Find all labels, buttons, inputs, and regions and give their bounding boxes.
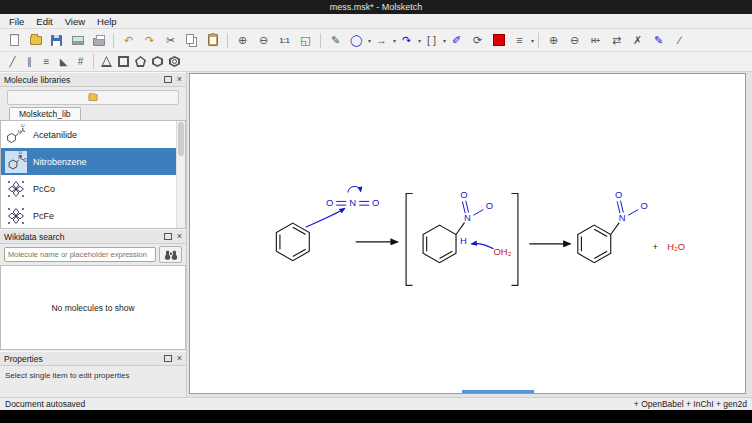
- zoom-original-icon: 1:1: [279, 37, 289, 44]
- wedge-bond-icon: ◣: [60, 57, 68, 67]
- double-bond-button[interactable]: ∥: [22, 54, 37, 69]
- add-hydrogen-button[interactable]: H+: [586, 31, 605, 50]
- wedge-bond-button[interactable]: ◣: [56, 54, 71, 69]
- cyclopentane-button[interactable]: [133, 54, 148, 69]
- bracket-left[interactable]: [406, 194, 412, 286]
- mechanism-arrow-button[interactable]: ✐: [447, 31, 466, 50]
- delete-cross-icon: ✗: [633, 35, 642, 46]
- reaction-scheme: O N O: [190, 74, 745, 393]
- cyclopropane-button[interactable]: [99, 54, 114, 69]
- atom-label-o: O: [372, 197, 379, 208]
- delete-button[interactable]: ✗: [628, 31, 647, 50]
- zoom-fit-button[interactable]: ◱: [296, 31, 315, 50]
- color-picker-button[interactable]: [489, 31, 508, 50]
- wikidata-search-row: [0, 244, 186, 265]
- taskbar: [0, 410, 752, 423]
- library-scrollbar[interactable]: [176, 121, 185, 228]
- zoom-in-icon: ⊕: [238, 35, 247, 46]
- dock-float-icon[interactable]: [164, 76, 172, 83]
- cyclohexane-button[interactable]: [150, 54, 165, 69]
- water-nucleophile-label: OH₂: [493, 246, 511, 257]
- zoom-in-button[interactable]: ⊕: [233, 31, 252, 50]
- toolbar-separator: [538, 33, 539, 48]
- cut-button[interactable]: ✂: [161, 31, 180, 50]
- wikidata-search-input[interactable]: [4, 247, 156, 262]
- toolbar-separator: [93, 54, 94, 69]
- list-item-pcco[interactable]: PcCo: [1, 175, 185, 202]
- lasso-icon: ◯: [350, 35, 362, 46]
- draw-mode-button[interactable]: ✎: [326, 31, 345, 50]
- library-toolbar-button[interactable]: [7, 90, 179, 105]
- mechanism-arrow-deprotonation[interactable]: [471, 244, 493, 249]
- dock-close-icon[interactable]: ×: [177, 354, 182, 363]
- thumb-atom-n: N: [18, 130, 21, 135]
- draw-pen-button[interactable]: ✎: [649, 31, 668, 50]
- draw-pen-icon: ✎: [654, 35, 663, 46]
- paste-button[interactable]: [203, 31, 222, 50]
- redo-button[interactable]: ↷: [140, 31, 159, 50]
- curved-arrow-button[interactable]: ↷: [397, 31, 416, 50]
- drawing-canvas[interactable]: O N O: [189, 73, 746, 394]
- library-tabbar: Molsketch_lib: [0, 106, 186, 120]
- copy-button[interactable]: [182, 31, 201, 50]
- erase-button[interactable]: ∕: [670, 31, 689, 50]
- charge-minus-button[interactable]: ⊖: [565, 31, 584, 50]
- benzene-button[interactable]: [167, 54, 182, 69]
- dock-close-icon[interactable]: ×: [177, 232, 182, 241]
- arenium-intermediate[interactable]: N O O H OH₂: [423, 189, 512, 262]
- menu-file[interactable]: File: [3, 16, 30, 27]
- line-width-button[interactable]: ≡: [510, 31, 529, 50]
- flip-button[interactable]: ⇄: [607, 31, 626, 50]
- product-nitrobenzene[interactable]: N O O: [578, 189, 648, 262]
- list-item-label: Acetanilide: [33, 130, 77, 140]
- list-item-pcfe[interactable]: PcFe: [1, 202, 185, 229]
- pcco-thumbnail: [5, 178, 27, 200]
- wikidata-results-area: No molecules to show: [0, 265, 186, 350]
- open-document-button[interactable]: [26, 31, 45, 50]
- lasso-select-button[interactable]: ◯: [347, 31, 366, 50]
- tab-molsketch-lib[interactable]: Molsketch_lib: [9, 107, 81, 120]
- nitronium-ion[interactable]: O N O: [326, 186, 379, 207]
- reaction-arrow-button[interactable]: →: [372, 31, 391, 50]
- menu-view[interactable]: View: [59, 16, 91, 27]
- bracket-dropdown-caret-icon[interactable]: ▾: [443, 37, 446, 44]
- dock-close-icon[interactable]: ×: [177, 75, 182, 84]
- triple-bond-button[interactable]: ≡: [39, 54, 54, 69]
- flip-icon: ⇄: [612, 35, 621, 46]
- bracket-icon: [ ]: [427, 35, 436, 46]
- cyclobutane-button[interactable]: [116, 54, 131, 69]
- plus-sign: +: [652, 241, 658, 252]
- save-document-button[interactable]: [47, 31, 66, 50]
- zoom-out-button[interactable]: ⊖: [254, 31, 273, 50]
- dock-float-icon[interactable]: [164, 233, 172, 240]
- list-item-nitrobenzene[interactable]: N O O Nitrobenzene: [1, 148, 185, 175]
- hexagon-ring-icon: [152, 56, 163, 67]
- menu-edit[interactable]: Edit: [30, 16, 58, 27]
- reactant-benzene[interactable]: [276, 223, 309, 261]
- zoom-original-button[interactable]: 1:1: [275, 31, 294, 50]
- canvas-hscrollbar-thumb[interactable]: [462, 390, 534, 393]
- properties-dock-header: Properties ×: [0, 351, 186, 366]
- mechanism-arrow-curl[interactable]: [348, 186, 361, 192]
- triangle-ring-icon: [101, 56, 112, 67]
- menu-help[interactable]: Help: [91, 16, 123, 27]
- charge-plus-button[interactable]: ⊕: [544, 31, 563, 50]
- wikidata-search-button[interactable]: [159, 246, 182, 263]
- pencil-icon: ✎: [331, 35, 340, 46]
- print-button[interactable]: [89, 31, 108, 50]
- export-image-button[interactable]: [68, 31, 87, 50]
- rotate-icon: ⟳: [473, 35, 482, 46]
- dock-float-icon[interactable]: [164, 355, 172, 362]
- single-bond-button[interactable]: ╱: [5, 54, 20, 69]
- bracket-button[interactable]: [ ]: [422, 31, 441, 50]
- list-item-acetanilide[interactable]: N O Acetanilide: [1, 121, 185, 148]
- printer-icon: [93, 38, 105, 46]
- new-document-button[interactable]: [5, 31, 24, 50]
- hash-bond-button[interactable]: #: [73, 54, 88, 69]
- rotate-button[interactable]: ⟳: [468, 31, 487, 50]
- library-scrollbar-thumb[interactable]: [178, 122, 184, 156]
- bracket-right[interactable]: [511, 194, 517, 286]
- undo-button[interactable]: ↶: [119, 31, 138, 50]
- line-width-dropdown-caret-icon[interactable]: ▾: [531, 37, 534, 44]
- mechanism-arrow-attack[interactable]: [306, 208, 345, 227]
